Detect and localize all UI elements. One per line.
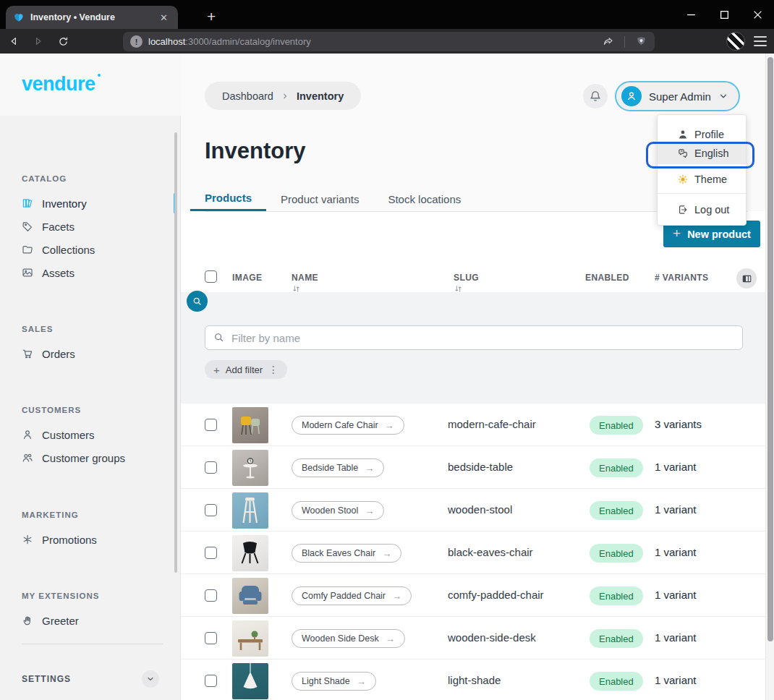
browser-menu-icon[interactable] <box>752 34 768 48</box>
search-icon <box>213 331 225 343</box>
product-thumbnail <box>232 535 268 571</box>
user-filled-icon <box>677 129 689 140</box>
tab-product-variants[interactable]: Product variants <box>266 187 373 211</box>
column-header-variants: # VARIANTS <box>655 273 708 283</box>
vendure-heart-favicon <box>13 12 25 23</box>
browser-tab[interactable]: Inventory • Vendure ✕ <box>6 6 178 29</box>
sidebar-item-assets[interactable]: Assets <box>0 261 181 284</box>
product-slug: light-shade <box>448 674 501 686</box>
status-badge: Enabled <box>590 501 643 520</box>
sidebar-item-label: Facets <box>42 221 75 233</box>
logout-icon <box>677 204 689 215</box>
product-thumbnail <box>232 492 268 529</box>
url-text: localhost:3000/admin/catalog/inventory <box>148 36 596 47</box>
sidebar-item-customer-groups[interactable]: Customer groups <box>0 446 181 469</box>
tab-close-icon[interactable]: ✕ <box>157 12 171 23</box>
menu-item-theme[interactable]: Theme <box>658 168 746 190</box>
sidebar-item-collections[interactable]: Collections <box>0 238 181 261</box>
select-all-checkbox[interactable] <box>205 270 217 283</box>
sidebar-section-settings[interactable]: SETTINGS <box>22 669 159 689</box>
product-thumbnail <box>232 450 268 486</box>
section-label: CUSTOMERS <box>0 406 181 414</box>
row-checkbox[interactable] <box>205 504 217 516</box>
sidebar-item-label: Collections <box>42 244 95 256</box>
url-bar[interactable]: ! localhost:3000/admin/catalog/inventory <box>123 32 655 51</box>
product-slug: comfy-padded-chair <box>448 589 544 601</box>
notifications-button[interactable] <box>583 84 608 108</box>
row-checkbox[interactable] <box>205 461 217 474</box>
vendure-logo[interactable]: vendure <box>22 73 95 95</box>
row-checkbox[interactable] <box>205 632 217 644</box>
product-name: Black Eaves Chair <box>302 548 375 558</box>
menu-item-log-out[interactable]: Log out <box>658 199 746 221</box>
menu-item-label: Log out <box>694 204 729 215</box>
status-badge: Enabled <box>590 458 643 477</box>
arrow-right-icon: → <box>365 505 374 516</box>
sidebar-item-inventory[interactable]: Inventory <box>0 192 181 215</box>
sidebar-item-promotions[interactable]: Promotions <box>0 528 181 551</box>
product-name-link[interactable]: Black Eaves Chair → <box>292 544 401 563</box>
user-menu-button[interactable]: Super Admin <box>615 81 740 111</box>
table-row: Wooden Stool → wooden-stool Enabled 1 va… <box>181 489 765 532</box>
row-checkbox[interactable] <box>205 419 217 431</box>
sidebar-item-greeter[interactable]: Greeter <box>0 609 181 632</box>
product-name-link[interactable]: Modern Cafe Chair → <box>292 416 404 435</box>
scrollbar-thumb[interactable] <box>767 57 773 641</box>
row-checkbox[interactable] <box>205 589 217 602</box>
column-picker-button[interactable] <box>736 268 757 289</box>
product-name-link[interactable]: Light Shade → <box>292 672 376 691</box>
arrow-right-icon: → <box>386 633 395 644</box>
menu-divider <box>658 193 746 194</box>
column-header-slug[interactable]: SLUG <box>454 273 482 294</box>
filter-input[interactable] <box>205 325 743 350</box>
forward-button[interactable] <box>27 31 49 51</box>
status-badge: Enabled <box>590 544 643 563</box>
sidebar-item-customers[interactable]: Customers <box>0 423 181 446</box>
product-name: Light Shade <box>302 676 350 686</box>
share-icon[interactable] <box>602 35 614 48</box>
site-info-icon[interactable]: ! <box>130 35 143 48</box>
window-maximize-button[interactable] <box>707 0 741 29</box>
chevron-right-icon <box>281 92 289 101</box>
variant-count: 3 variants <box>655 418 702 430</box>
window-close-button[interactable] <box>741 0 774 29</box>
column-header-name[interactable]: NAME <box>292 273 322 294</box>
new-tab-button[interactable]: + <box>207 7 216 27</box>
product-name-link[interactable]: Wooden Stool → <box>292 501 384 520</box>
menu-item-english[interactable]: A English <box>658 142 746 164</box>
brave-shield-icon[interactable] <box>635 35 647 48</box>
user-dropdown-menu: Profile A English Theme Log out <box>657 114 747 226</box>
product-name-link[interactable]: Bedside Table → <box>292 458 384 477</box>
filter-panel: + Add filter ⋮ <box>181 292 765 404</box>
reload-button[interactable] <box>52 31 74 51</box>
sidebar-divider <box>22 644 163 644</box>
plus-icon: + <box>213 364 220 376</box>
row-checkbox[interactable] <box>205 547 217 559</box>
status-badge: Enabled <box>590 629 643 648</box>
add-filter-button[interactable]: + Add filter ⋮ <box>205 360 287 379</box>
product-name-link[interactable]: Wooden Side Desk → <box>292 629 405 648</box>
window-minimize-button[interactable] <box>674 0 707 29</box>
users-icon <box>22 452 33 464</box>
browser-toolbar: ! localhost:3000/admin/catalog/inventory <box>0 29 774 54</box>
sidebar-scrollbar[interactable] <box>174 132 177 573</box>
tab-stock-locations[interactable]: Stock locations <box>373 187 475 211</box>
table-row: Bedside Table → bedside-table Enabled 1 … <box>181 446 765 489</box>
breadcrumb[interactable]: Dashboard Inventory <box>205 82 361 110</box>
row-checkbox[interactable] <box>205 675 217 687</box>
more-options-icon[interactable]: ⋮ <box>268 364 278 375</box>
product-name-link[interactable]: Comfy Padded Chair → <box>292 586 412 605</box>
sidebar-item-facets[interactable]: Facets <box>0 215 181 238</box>
sidebar-item-label: Promotions <box>42 534 97 546</box>
back-button[interactable] <box>3 31 25 51</box>
page-scrollbar[interactable] <box>765 54 774 700</box>
section-label: MY EXTENSIONS <box>0 592 181 600</box>
tab-products[interactable]: Products <box>190 187 266 211</box>
browser-profile-avatar[interactable] <box>726 32 745 51</box>
chevron-down-icon[interactable] <box>142 670 159 688</box>
search-toggle-button[interactable] <box>187 291 208 312</box>
section-label: CATALOG <box>0 174 181 183</box>
sidebar-item-orders[interactable]: Orders <box>0 342 181 365</box>
breadcrumb-item[interactable]: Dashboard <box>222 90 273 102</box>
user-icon <box>22 429 33 440</box>
